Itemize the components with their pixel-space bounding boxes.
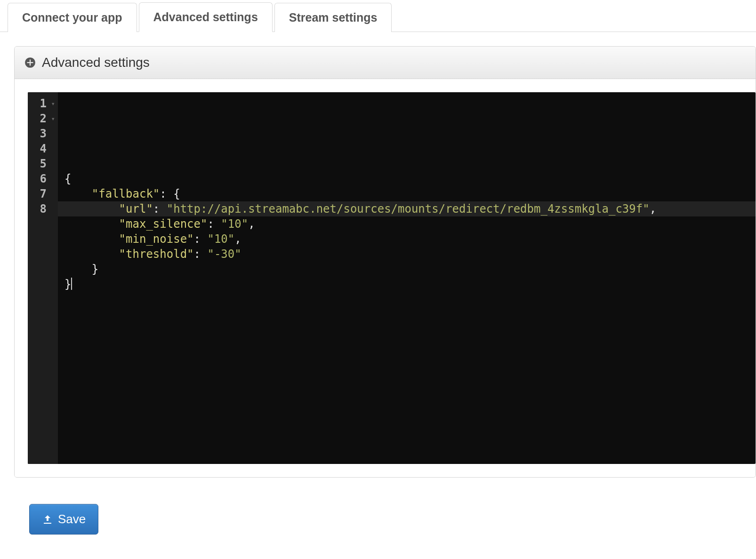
code-line: { <box>64 171 749 186</box>
code-line: "min_noise": "10", <box>64 232 749 247</box>
panel-header[interactable]: Advanced settings <box>15 47 756 79</box>
tab-label: Stream settings <box>289 11 378 24</box>
fold-toggle-icon[interactable]: ▾ <box>49 111 55 126</box>
tab-stream-settings[interactable]: Stream settings <box>274 3 392 32</box>
panel-title: Advanced settings <box>42 55 150 70</box>
line-number: 4 <box>40 141 47 156</box>
tabs-bar: Connect your app Advanced settings Strea… <box>0 0 756 32</box>
line-number: 5 <box>40 156 47 171</box>
fold-toggle-icon[interactable]: ▾ <box>49 96 55 111</box>
upload-icon <box>42 514 53 525</box>
tab-connect-your-app[interactable]: Connect your app <box>8 3 137 32</box>
line-number: 3 <box>40 126 47 141</box>
plus-circle-icon <box>24 56 36 69</box>
code-line: } <box>64 262 749 277</box>
line-number: 8 <box>40 201 47 216</box>
editor-code-area[interactable]: { "fallback": { "url": "http://api.strea… <box>58 92 756 464</box>
json-editor[interactable]: 1▾ 2▾ 3 4 5 6 7 8 { "fallback": { " <box>28 92 756 464</box>
editor-gutter: 1▾ 2▾ 3 4 5 6 7 8 <box>28 92 58 464</box>
save-button[interactable]: Save <box>29 504 98 535</box>
line-number: 6 <box>40 171 47 186</box>
code-line: } <box>64 277 749 292</box>
save-button-label: Save <box>58 512 86 527</box>
code-line: "max_silence": "10", <box>64 216 749 232</box>
line-number: 1 <box>40 96 47 111</box>
advanced-settings-panel: Advanced settings 1▾ 2▾ 3 4 5 6 7 8 <box>14 46 756 478</box>
line-number: 7 <box>40 186 47 201</box>
tab-advanced-settings[interactable]: Advanced settings <box>139 2 273 32</box>
tab-label: Connect your app <box>22 11 122 24</box>
code-line: "fallback": { <box>64 186 749 201</box>
code-line: "threshold": "-30" <box>64 247 749 262</box>
svg-rect-2 <box>27 62 33 63</box>
tab-label: Advanced settings <box>153 10 258 24</box>
text-cursor <box>71 278 72 290</box>
code-line: "url": "http://api.streamabc.net/sources… <box>64 201 749 216</box>
line-number: 2 <box>40 111 47 126</box>
